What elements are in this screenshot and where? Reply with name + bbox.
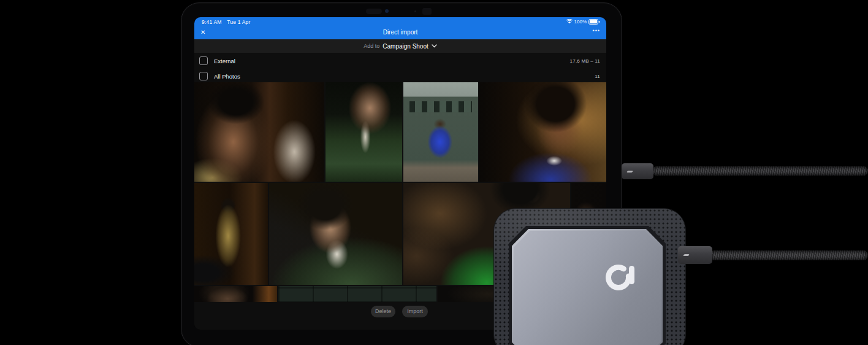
add-to-selector[interactable]: Add to Campaign Shoot [194, 39, 606, 53]
camera-dot [414, 10, 416, 12]
external-ssd-drive [493, 208, 686, 345]
all-photos-checkbox[interactable] [199, 72, 208, 80]
usb-c-connector-drive [678, 246, 712, 264]
battery-percent: 100% [574, 19, 587, 25]
status-time-date: 9:41 AM Tue 1 Apr [202, 19, 251, 25]
photo-thumbnail-r3c1[interactable] [194, 286, 277, 302]
import-button[interactable]: Import [402, 306, 428, 317]
wifi-icon [566, 19, 573, 24]
status-date: Tue 1 Apr [227, 19, 250, 25]
braided-cable-drive [710, 250, 868, 260]
source-meta: 17.6 MB – 11 [570, 58, 600, 64]
add-to-label: Add to [364, 43, 379, 49]
photo-detail [409, 101, 473, 112]
delete-button[interactable]: Delete [371, 306, 395, 317]
source-label: External [214, 58, 235, 64]
battery-icon [588, 19, 600, 25]
photo-thumbnail-r2c2[interactable] [269, 183, 402, 285]
camera-lens-icon [385, 9, 389, 13]
usb-c-connector-top [622, 163, 653, 179]
status-bar: 9:41 AM Tue 1 Apr 100% [194, 17, 606, 26]
page-title: Direct import [194, 29, 606, 36]
photo-thumbnail-r2c1[interactable] [194, 183, 268, 285]
source-row-external[interactable]: External 17.6 MB – 11 [194, 53, 606, 69]
braided-cable-top [652, 166, 868, 176]
g-drive-logo-icon [603, 259, 640, 296]
add-to-value: Campaign Shoot [383, 43, 428, 50]
source-meta: 11 [595, 74, 600, 79]
chevron-down-icon [432, 44, 437, 48]
photo-thumbnail-r1c3[interactable] [403, 82, 478, 182]
connector-logo [626, 171, 633, 172]
photo-thumbnail-r1c1[interactable] [194, 82, 324, 182]
camera-square [422, 8, 432, 15]
more-menu-icon[interactable]: ••• [593, 28, 600, 34]
photo-thumbnail-r3c2[interactable] [278, 286, 436, 302]
source-row-all-photos[interactable]: All Photos 11 [194, 69, 606, 83]
scene: 9:41 AM Tue 1 Apr 100% ✕ Direct i [0, 0, 868, 345]
drive-plate [514, 231, 661, 345]
status-time: 9:41 AM [202, 19, 222, 25]
camera-pill [366, 9, 382, 14]
connector-logo [683, 254, 690, 256]
photo-grid-row-1 [194, 82, 606, 182]
source-label: All Photos [214, 73, 240, 80]
external-checkbox[interactable] [199, 56, 208, 65]
photo-thumbnail-r1c4[interactable] [479, 82, 606, 182]
app-header: ✕ Direct import ••• [194, 26, 606, 39]
photo-thumbnail-r1c2[interactable] [326, 82, 402, 182]
